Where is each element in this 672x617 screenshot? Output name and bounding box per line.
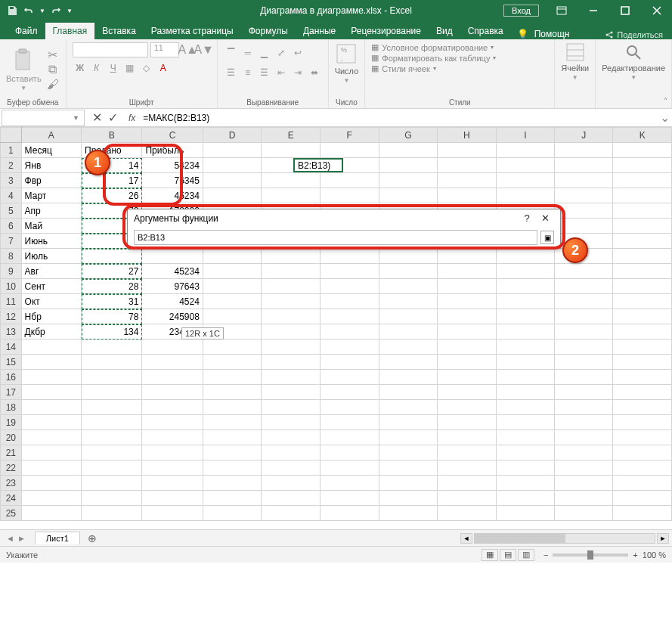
cell[interactable] [496, 340, 554, 355]
cell[interactable] [82, 430, 142, 445]
cell[interactable] [613, 219, 672, 234]
column-header[interactable]: I [496, 128, 554, 143]
cell[interactable] [379, 460, 438, 476]
paste-button[interactable]: Вставить ▼ [6, 48, 42, 91]
cell[interactable] [554, 370, 612, 385]
font-color-icon[interactable]: A [156, 60, 171, 76]
tab-insert[interactable]: Вставка [94, 23, 144, 39]
cell[interactable] [203, 264, 262, 279]
cell[interactable] [321, 324, 379, 340]
cell[interactable] [554, 249, 612, 264]
merge-center-icon[interactable]: ⬌ [307, 65, 322, 80]
cut-icon[interactable]: ✂ [46, 48, 60, 61]
cell[interactable] [496, 158, 554, 173]
cell[interactable] [21, 491, 81, 506]
cell[interactable] [613, 158, 672, 173]
cell[interactable] [321, 173, 379, 188]
cell[interactable] [21, 445, 81, 460]
select-all-cell[interactable] [1, 128, 22, 143]
cell[interactable]: 78 [82, 309, 142, 324]
cell[interactable]: 28 [82, 279, 142, 294]
cell[interactable] [262, 340, 321, 355]
cell[interactable]: Авг [21, 264, 81, 279]
cell[interactable] [379, 173, 438, 188]
add-sheet-icon[interactable]: ⊕ [80, 532, 104, 544]
cell[interactable] [554, 415, 612, 430]
tab-review[interactable]: Рецензирование [343, 23, 429, 39]
row-header[interactable]: 18 [1, 400, 22, 415]
cell[interactable] [554, 445, 612, 460]
cell[interactable] [496, 309, 554, 324]
cell[interactable] [613, 506, 672, 521]
tab-formulas[interactable]: Формулы [241, 23, 296, 39]
bold-button[interactable]: Ж [73, 60, 88, 76]
row-header[interactable]: 15 [1, 355, 22, 370]
cell[interactable] [554, 400, 612, 415]
decrease-indent-icon[interactable]: ⇤ [274, 65, 289, 80]
cell[interactable] [82, 491, 142, 506]
column-header[interactable]: B [82, 128, 142, 143]
cell[interactable] [613, 203, 672, 219]
cell[interactable] [613, 491, 672, 506]
cell[interactable] [321, 476, 379, 491]
cell[interactable] [613, 430, 672, 445]
cell[interactable] [613, 385, 672, 400]
cell[interactable] [438, 188, 497, 203]
cell[interactable] [21, 415, 81, 430]
cell[interactable]: 97643 [142, 279, 203, 294]
align-bottom-icon[interactable]: ▁ [257, 45, 272, 60]
cell[interactable] [321, 460, 379, 476]
cell[interactable]: Месяц [21, 143, 81, 158]
cell[interactable] [438, 324, 497, 340]
cell[interactable] [21, 460, 81, 476]
cell[interactable] [379, 506, 438, 521]
cell[interactable] [203, 249, 262, 264]
column-header[interactable]: C [142, 128, 203, 143]
cell[interactable] [613, 445, 672, 460]
cell[interactable] [496, 491, 554, 506]
cell[interactable] [262, 158, 321, 173]
cell[interactable] [321, 249, 379, 264]
ribbon-display-icon[interactable] [547, 0, 577, 21]
cell[interactable] [379, 279, 438, 294]
cell[interactable] [321, 430, 379, 445]
zoom-slider[interactable] [553, 553, 628, 557]
cell[interactable] [379, 430, 438, 445]
cell[interactable]: 245908 [142, 309, 203, 324]
cell[interactable] [203, 370, 262, 385]
cell[interactable] [262, 445, 321, 460]
row-header[interactable]: 24 [1, 491, 22, 506]
cell[interactable] [203, 173, 262, 188]
cell[interactable] [496, 355, 554, 370]
column-header[interactable]: D [203, 128, 262, 143]
cell[interactable] [142, 476, 203, 491]
row-header[interactable]: 9 [1, 264, 22, 279]
cell[interactable] [321, 188, 379, 203]
cell[interactable] [554, 355, 612, 370]
cell[interactable] [613, 264, 672, 279]
increase-font-icon[interactable]: A▲ [181, 43, 195, 57]
cell[interactable] [438, 355, 497, 370]
cell[interactable] [203, 158, 262, 173]
row-header[interactable]: 4 [1, 188, 22, 203]
cell[interactable] [321, 370, 379, 385]
cell[interactable] [142, 506, 203, 521]
cell[interactable] [496, 476, 554, 491]
cell[interactable] [203, 460, 262, 476]
cell[interactable]: 54234 [142, 158, 203, 173]
cell[interactable] [438, 249, 497, 264]
row-header[interactable]: 11 [1, 294, 22, 309]
cell[interactable] [262, 173, 321, 188]
cell[interactable] [554, 340, 612, 355]
save-icon[interactable] [6, 5, 18, 17]
cell[interactable] [613, 340, 672, 355]
cell[interactable] [379, 249, 438, 264]
cell[interactable] [379, 188, 438, 203]
collapse-ribbon-icon[interactable]: ˄ [664, 97, 667, 105]
tell-me-icon[interactable]: 💡 [511, 29, 534, 39]
name-box-dropdown-icon[interactable]: ▼ [73, 114, 79, 122]
cell[interactable] [82, 355, 142, 370]
cell[interactable]: Сент [21, 279, 81, 294]
cell[interactable] [321, 506, 379, 521]
cell[interactable] [496, 143, 554, 158]
